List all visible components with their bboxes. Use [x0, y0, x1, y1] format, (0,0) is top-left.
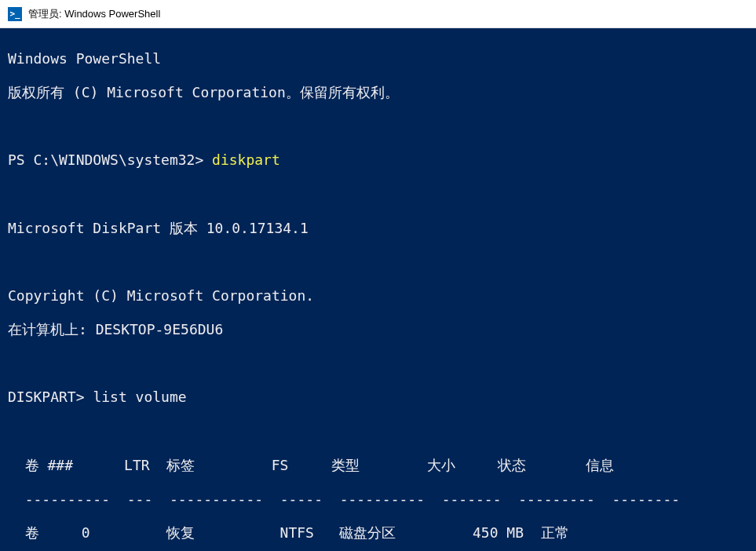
diskpart-version: Microsoft DiskPart 版本 10.0.17134.1 — [8, 220, 748, 237]
prompt-prefix: DISKPART> — [8, 389, 93, 405]
ps-header-line-1: Windows PowerShell — [8, 50, 748, 68]
command-list-volume: list volume — [93, 389, 186, 405]
powershell-window: >_ 管理员: Windows PowerShell Windows Power… — [0, 0, 756, 551]
titlebar[interactable]: >_ 管理员: Windows PowerShell — [0, 0, 756, 28]
prompt-line-1: PS C:\WINDOWS\system32> diskpart — [8, 151, 748, 169]
blank-line — [8, 355, 748, 372]
volume-table-header: 卷 ### LTR 标签 FS 类型 大小 状态 信息 — [8, 457, 748, 474]
command-diskpart: diskpart — [212, 151, 280, 168]
prompt-line-2: DISKPART> list volume — [8, 389, 748, 406]
volume-row-0: 卷 0 恢复 NTFS 磁盘分区 450 MB 正常 — [8, 524, 748, 542]
ps-header-line-2: 版权所有 (C) Microsoft Corporation。保留所有权利。 — [8, 84, 748, 101]
diskpart-copyright: Copyright (C) Microsoft Corporation. — [8, 287, 748, 305]
terminal-area[interactable]: Windows PowerShell 版权所有 (C) Microsoft Co… — [0, 28, 756, 551]
blank-line — [8, 423, 748, 440]
prompt-prefix: PS C:\WINDOWS\system32> — [8, 151, 212, 168]
blank-line — [8, 185, 748, 203]
blank-line — [8, 254, 748, 271]
powershell-icon: >_ — [8, 7, 22, 21]
diskpart-computer: 在计算机上: DESKTOP-9E56DU6 — [8, 321, 748, 338]
blank-line — [8, 118, 748, 135]
volume-table-divider: ---------- --- ----------- ----- -------… — [8, 491, 748, 508]
window-title: 管理员: Windows PowerShell — [28, 7, 160, 21]
